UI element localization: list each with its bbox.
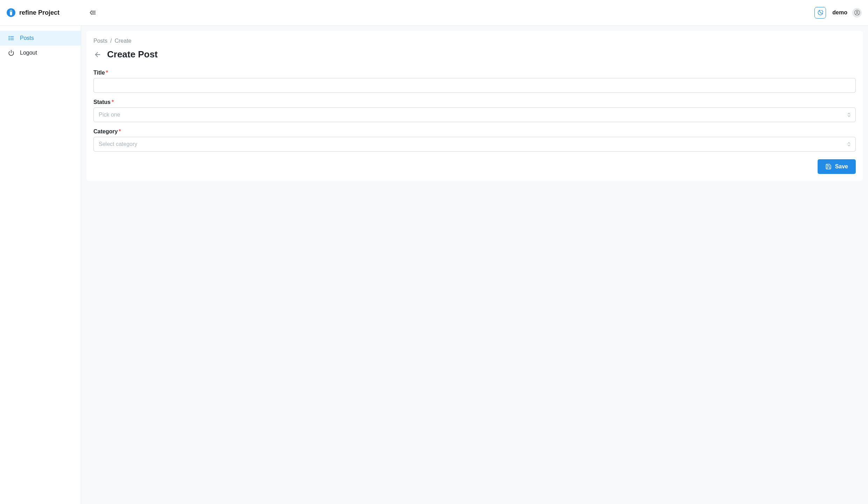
sidebar-item-label: Posts xyxy=(20,35,34,41)
page-title: Create Post xyxy=(107,49,158,60)
title-input[interactable] xyxy=(93,78,856,93)
avatar xyxy=(852,8,862,18)
theme-toggle-button[interactable] xyxy=(814,7,826,19)
title-label-text: Title xyxy=(93,70,105,76)
user-icon xyxy=(854,9,860,16)
status-label-text: Status xyxy=(93,99,111,105)
status-label: Status* xyxy=(93,99,114,105)
sidebar: Posts Logout xyxy=(0,26,81,504)
required-marker: * xyxy=(112,99,114,105)
svg-point-12 xyxy=(9,38,9,38)
svg-point-2 xyxy=(10,10,12,12)
title-label: Title* xyxy=(93,70,108,76)
user-name: demo xyxy=(832,9,847,16)
category-placeholder: Select category xyxy=(99,141,137,147)
save-button-label: Save xyxy=(835,163,848,170)
status-placeholder: Pick one xyxy=(99,112,120,118)
sidebar-item-posts[interactable]: Posts xyxy=(0,31,81,46)
category-label-text: Category xyxy=(93,128,118,134)
list-icon xyxy=(8,35,15,42)
brand-name: refine Project xyxy=(19,9,59,16)
brand[interactable]: refine Project xyxy=(6,8,88,18)
category-label: Category* xyxy=(93,128,121,135)
svg-point-7 xyxy=(856,11,858,13)
floppy-disk-icon xyxy=(825,163,832,170)
sidebar-item-label: Logout xyxy=(20,50,37,56)
back-button[interactable] xyxy=(93,50,102,59)
header: refine Project xyxy=(0,0,868,26)
create-card: Posts / Create Create Post xyxy=(86,31,863,181)
save-button[interactable]: Save xyxy=(818,159,856,174)
category-select[interactable]: Select category xyxy=(93,137,856,152)
breadcrumb-item-create: Create xyxy=(114,38,131,44)
logo-icon xyxy=(6,8,16,18)
status-select[interactable]: Pick one xyxy=(93,107,856,122)
collapse-icon xyxy=(89,9,96,16)
sidebar-item-logout[interactable]: Logout xyxy=(0,46,81,60)
svg-point-11 xyxy=(9,36,9,37)
power-icon xyxy=(8,49,15,56)
arrow-left-icon xyxy=(94,51,102,58)
breadcrumb-separator: / xyxy=(110,38,112,44)
main: Posts / Create Create Post xyxy=(81,26,868,504)
user-area[interactable]: demo xyxy=(832,8,862,18)
svg-point-13 xyxy=(9,40,9,40)
moon-icon xyxy=(817,9,824,16)
breadcrumb: Posts / Create xyxy=(93,38,856,44)
required-marker: * xyxy=(119,128,121,134)
collapse-sidebar-button[interactable] xyxy=(88,7,98,18)
required-marker: * xyxy=(106,70,108,76)
breadcrumb-item-posts[interactable]: Posts xyxy=(93,38,107,44)
